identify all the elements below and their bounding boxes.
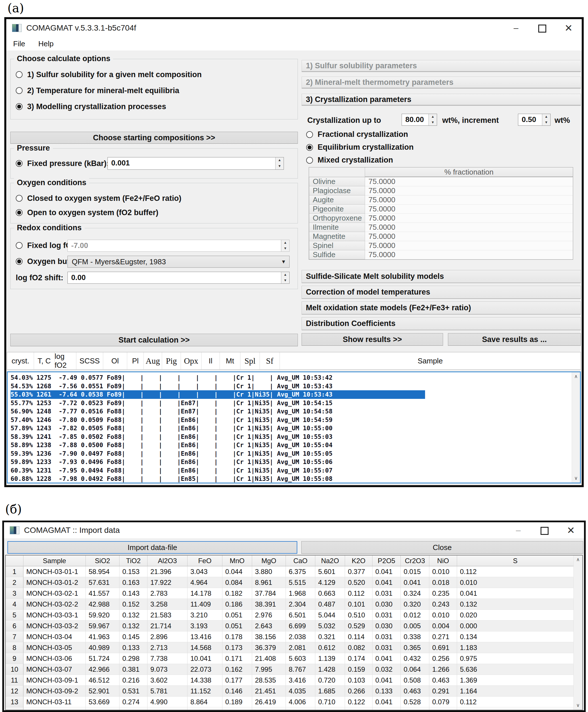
results-row[interactable]: 59.89% 1233 -7.93 0.0496 Fo88| | | |En86…: [10, 458, 333, 466]
scroll-down-icon[interactable]: ∨: [572, 474, 580, 482]
row-number-cell[interactable]: 11: [6, 675, 23, 686]
value-cell[interactable]: 0.000: [457, 621, 574, 631]
value-cell[interactable]: 0.463: [429, 675, 457, 686]
value-cell[interactable]: 2.038: [286, 631, 315, 642]
value-cell[interactable]: 0.010: [429, 610, 457, 621]
value-cell[interactable]: 3.210: [188, 610, 223, 621]
results-column-sample[interactable]: Sample: [280, 352, 581, 369]
column-header-SiO2[interactable]: SiO2: [86, 556, 120, 566]
value-cell[interactable]: 1.968: [286, 588, 315, 599]
value-cell[interactable]: 0.153: [120, 566, 147, 577]
mineral-name-cell[interactable]: Orthopyroxene: [309, 214, 365, 223]
minimize-icon[interactable]: –: [503, 20, 529, 36]
value-cell[interactable]: 0.487: [315, 599, 345, 610]
value-cell[interactable]: 13.416: [188, 631, 223, 642]
row-number-cell[interactable]: 2: [6, 577, 23, 588]
value-cell[interactable]: 0.051: [223, 610, 252, 621]
value-cell[interactable]: 0.143: [120, 588, 147, 599]
results-column-pig[interactable]: Pig: [162, 352, 181, 369]
value-cell[interactable]: 6.375: [286, 566, 315, 577]
value-cell[interactable]: 5.781: [147, 686, 188, 696]
value-cell[interactable]: 0.041: [373, 577, 401, 588]
value-cell[interactable]: 1.266: [429, 664, 457, 675]
value-cell[interactable]: 0.031: [373, 631, 401, 642]
value-cell[interactable]: 0.291: [429, 686, 457, 696]
spin-up-icon[interactable]: ▲: [276, 157, 284, 164]
scroll-down-icon[interactable]: ∨: [574, 701, 582, 710]
column-header-S[interactable]: S: [457, 556, 574, 566]
value-cell[interactable]: 21.583: [147, 610, 188, 621]
table-row[interactable]: 1MONCH-03-01-158.9540.15321.3963.0430.04…: [6, 566, 582, 577]
value-cell[interactable]: 8.961: [252, 577, 286, 588]
value-cell[interactable]: 2.976: [252, 610, 286, 621]
maximize-icon[interactable]: [531, 522, 558, 538]
value-cell[interactable]: 0.041: [401, 577, 429, 588]
column-header-MgO[interactable]: MgO: [252, 556, 286, 566]
value-cell[interactable]: 6.699: [286, 621, 315, 631]
oxygen-buffer-select[interactable]: QFM - Myers&Eugster, 1983 ▼: [67, 256, 290, 268]
column-header-P2O5[interactable]: P2O5: [373, 556, 401, 566]
scroll-up-icon[interactable]: ∧: [572, 372, 580, 381]
choose-compositions-button[interactable]: Choose starting compositions >>: [10, 132, 298, 144]
table-row[interactable]: 6MONCH-03-03-259.9670.13221.7143.1930.05…: [6, 621, 582, 631]
value-cell[interactable]: 0.041: [373, 566, 401, 577]
sample-cell[interactable]: MONCH-03-03-2: [23, 621, 86, 631]
value-cell[interactable]: 2.713: [147, 642, 188, 653]
close-icon[interactable]: ✕: [558, 522, 584, 538]
spinner[interactable]: ▲▼: [281, 240, 289, 252]
logfo2-shift-input[interactable]: 0.00 ▲▼: [67, 272, 290, 284]
value-cell[interactable]: 4.990: [147, 696, 188, 707]
column-header-CaO[interactable]: CaO: [286, 556, 315, 566]
value-cell[interactable]: [252, 707, 286, 710]
value-cell[interactable]: 0.114: [345, 631, 373, 642]
table-row[interactable]: 13MONCH-03-1153.6690.2744.9908.8640.1892…: [6, 696, 582, 707]
value-cell[interactable]: 0.178: [223, 631, 252, 642]
value-cell[interactable]: 21.451: [252, 686, 286, 696]
value-cell[interactable]: 37.784: [252, 588, 286, 599]
value-cell[interactable]: [345, 707, 373, 710]
value-cell[interactable]: 0.146: [223, 686, 252, 696]
results-column-log-fo2[interactable]: log fO2: [55, 352, 76, 369]
value-cell[interactable]: 0.032: [373, 664, 401, 675]
table-row[interactable]: 3MONCH-03-02-141.5570.1432.78314.1780.18…: [6, 588, 582, 599]
row-number-cell[interactable]: 10: [6, 664, 23, 675]
value-cell[interactable]: 2.896: [147, 631, 188, 642]
value-cell[interactable]: 0.030: [373, 621, 401, 631]
value-cell[interactable]: 0.975: [457, 653, 574, 664]
value-cell[interactable]: 3.043: [188, 566, 223, 577]
value-cell[interactable]: 0.015: [401, 566, 429, 577]
crystallization-mode-radio-2[interactable]: Mixed crystallization: [306, 154, 414, 167]
results-column-il[interactable]: Il: [202, 352, 220, 369]
results-column-mt[interactable]: Mt: [220, 352, 240, 369]
value-cell[interactable]: 42.966: [86, 664, 120, 675]
value-cell[interactable]: 52.901: [86, 686, 120, 696]
value-cell[interactable]: 5.636: [457, 664, 574, 675]
value-cell[interactable]: 1.164: [457, 686, 574, 696]
value-cell[interactable]: [223, 707, 252, 710]
save-results-button[interactable]: Save results as ...: [448, 333, 581, 346]
value-cell[interactable]: 21.396: [147, 566, 188, 577]
column-header-K2O[interactable]: K2O: [345, 556, 373, 566]
table-scrollbar[interactable]: ∧ ∨: [573, 556, 582, 710]
value-cell[interactable]: 38.156: [252, 631, 286, 642]
sample-cell[interactable]: MONCH-03-04: [23, 631, 86, 642]
value-cell[interactable]: 53.669: [86, 696, 120, 707]
row-number-cell[interactable]: 13: [6, 696, 23, 707]
results-column-aug[interactable]: Aug: [144, 352, 162, 369]
fractionation-value-cell[interactable]: 75.0000: [365, 204, 573, 214]
value-cell[interactable]: 38.391: [252, 599, 286, 610]
table-row[interactable]: 5MONCH-03-03-159.9200.13221.5833.2100.05…: [6, 610, 582, 621]
value-cell[interactable]: [457, 707, 574, 710]
value-cell[interactable]: 0.216: [120, 675, 147, 686]
scroll-up-icon[interactable]: ∧: [574, 556, 582, 564]
sample-cell[interactable]: [23, 707, 86, 710]
column-header-MnO[interactable]: MnO: [223, 556, 252, 566]
value-cell[interactable]: 0.320: [401, 599, 429, 610]
value-cell[interactable]: 0.720: [315, 675, 345, 686]
sample-cell[interactable]: MONCH-03-02-1: [23, 588, 86, 599]
value-cell[interactable]: 0.235: [429, 588, 457, 599]
sample-cell[interactable]: MONCH-03-11: [23, 696, 86, 707]
pressure-input[interactable]: 0.001 ▲▼: [107, 157, 284, 170]
value-cell[interactable]: 0.663: [315, 588, 345, 599]
value-cell[interactable]: 26.419: [252, 696, 286, 707]
